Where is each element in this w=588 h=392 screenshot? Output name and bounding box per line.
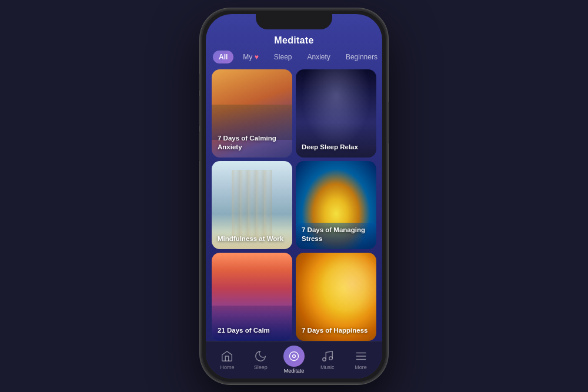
nav-home-label: Home (220, 364, 234, 370)
nav-meditate[interactable]: Meditate (278, 346, 311, 374)
app-header: Meditate (206, 33, 382, 51)
nav-home[interactable]: Home (211, 349, 244, 370)
card-deep-sleep[interactable]: Deep Sleep Relax (296, 69, 376, 158)
tab-sleep[interactable]: Sleep (268, 51, 298, 63)
tab-all[interactable]: All (213, 51, 233, 63)
nav-sleep[interactable]: Sleep (244, 349, 278, 370)
tab-beginners[interactable]: Beginners (340, 51, 382, 63)
card-happiness[interactable]: 7 Days of Happiness (296, 253, 376, 341)
card-label-6: 7 Days of Happiness (302, 326, 370, 335)
card-label-5: 21 Days of Calm (218, 326, 286, 335)
card-label-4: 7 Days of Managing Stress (302, 226, 370, 243)
mute-button[interactable] (199, 74, 201, 91)
tab-my[interactable]: My ♥ (237, 51, 264, 63)
screen: Meditate All My ♥ Sleep Anxiety Beginner… (206, 14, 382, 378)
card-label-3: Mindfulness at Work (218, 234, 286, 243)
svg-point-0 (289, 352, 298, 361)
card-label-1: 7 Days of Calming Anxiety (218, 134, 286, 152)
nav-more-label: More (355, 364, 367, 370)
tab-anxiety[interactable]: Anxiety (302, 51, 336, 63)
card-managing-stress[interactable]: 7 Days of Managing Stress (296, 161, 376, 249)
more-icon (354, 349, 368, 363)
home-icon (220, 349, 234, 363)
card-mindfulness-work[interactable]: Mindfulness at Work (212, 161, 292, 249)
card-calming-anxiety[interactable]: 7 Days of Calming Anxiety (212, 69, 292, 158)
phone-screen: Meditate All My ♥ Sleep Anxiety Beginner… (206, 14, 382, 378)
nav-sleep-label: Sleep (254, 364, 268, 370)
nav-more[interactable]: More (344, 349, 377, 370)
svg-point-3 (329, 357, 333, 360)
power-button[interactable] (387, 102, 389, 143)
card-label-2: Deep Sleep Relax (302, 143, 370, 152)
card-calm-days[interactable]: 21 Days of Calm (212, 253, 292, 341)
nav-music[interactable]: Music (310, 349, 344, 370)
filter-tabs: All My ♥ Sleep Anxiety Beginners St (206, 51, 382, 63)
notch (256, 14, 332, 29)
content-grid: 7 Days of Calming Anxiety Deep Sleep Rel… (206, 69, 382, 341)
svg-point-2 (323, 358, 326, 361)
app-title: Meditate (274, 35, 313, 45)
svg-point-1 (292, 355, 295, 358)
volume-down-button[interactable] (199, 132, 201, 161)
music-icon (320, 349, 335, 363)
sleep-icon (253, 349, 268, 363)
volume-up-button[interactable] (199, 96, 201, 126)
phone-frame: Meditate All My ♥ Sleep Anxiety Beginner… (200, 8, 388, 384)
meditate-icon (283, 346, 305, 367)
bottom-navigation: Home Sleep (206, 341, 382, 378)
nav-music-label: Music (320, 364, 335, 370)
nav-meditate-label: Meditate (284, 368, 305, 374)
